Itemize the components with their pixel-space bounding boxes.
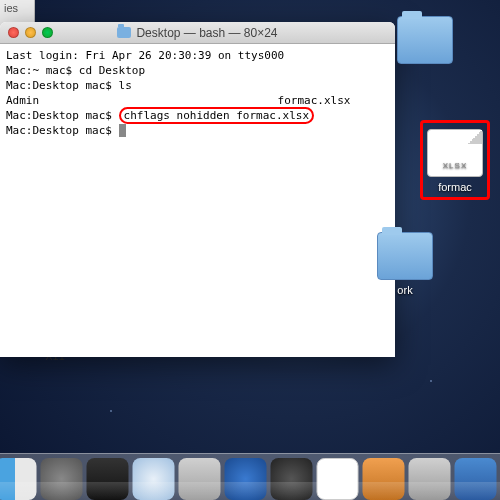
dock bbox=[0, 453, 500, 500]
bg-star bbox=[110, 410, 112, 412]
folder-icon bbox=[397, 16, 453, 64]
terminal-window[interactable]: Desktop — bash — 80×24 Last login: Fri A… bbox=[0, 22, 395, 357]
terminal-prompt: Mac:~ mac$ bbox=[6, 64, 79, 77]
terminal-body[interactable]: Last login: Fri Apr 26 20:30:39 on ttys0… bbox=[0, 44, 395, 142]
terminal-line: Last login: Fri Apr 26 20:30:39 on ttys0… bbox=[6, 49, 284, 62]
terminal-title: Desktop — bash — 80×24 bbox=[0, 26, 395, 40]
folder-label: ork bbox=[370, 284, 440, 296]
terminal-prompt: Mac:Desktop mac$ bbox=[6, 109, 119, 122]
cursor bbox=[119, 124, 126, 137]
desktop-folder[interactable] bbox=[390, 16, 460, 68]
terminal-command: cd Desktop bbox=[79, 64, 145, 77]
folder-icon bbox=[377, 232, 433, 280]
terminal-command: ls bbox=[119, 79, 132, 92]
terminal-titlebar[interactable]: Desktop — bash — 80×24 bbox=[0, 22, 395, 44]
terminal-prompt: Mac:Desktop mac$ bbox=[6, 124, 119, 137]
terminal-output: Admin bbox=[6, 94, 39, 107]
desktop-file-formac[interactable]: XLSX formac bbox=[420, 120, 490, 200]
background-window-title: ies bbox=[0, 0, 34, 16]
terminal-command-highlighted: chflags nohidden formac.xlsx bbox=[119, 107, 314, 124]
terminal-prompt: Mac:Desktop mac$ bbox=[6, 79, 119, 92]
desktop-folder-partial[interactable]: ork bbox=[370, 232, 440, 296]
folder-icon bbox=[117, 27, 131, 38]
terminal-title-text: Desktop — bash — 80×24 bbox=[136, 26, 277, 40]
dock-reflection bbox=[0, 482, 500, 500]
file-label: formac bbox=[425, 181, 485, 193]
terminal-output: formac.xlsx bbox=[278, 94, 351, 107]
file-extension-badge: XLSX bbox=[428, 161, 482, 170]
bg-star bbox=[430, 380, 432, 382]
file-icon: XLSX bbox=[427, 129, 483, 177]
